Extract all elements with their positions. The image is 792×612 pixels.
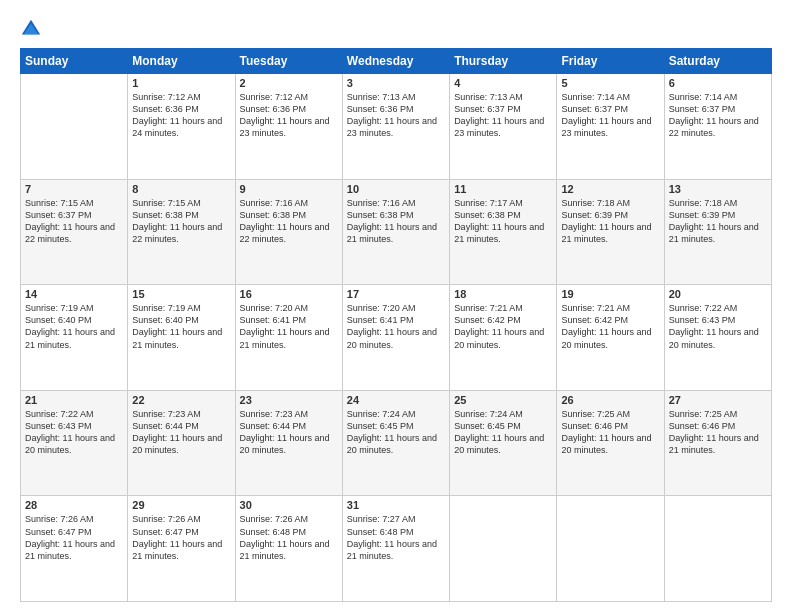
day-number: 25 — [454, 394, 552, 406]
day-info: Sunrise: 7:21 AMSunset: 6:42 PMDaylight:… — [454, 302, 552, 351]
calendar-table: SundayMondayTuesdayWednesdayThursdayFrid… — [20, 48, 772, 602]
calendar-cell: 26Sunrise: 7:25 AMSunset: 6:46 PMDayligh… — [557, 390, 664, 496]
day-info: Sunrise: 7:22 AMSunset: 6:43 PMDaylight:… — [25, 408, 123, 457]
day-number: 26 — [561, 394, 659, 406]
day-number: 7 — [25, 183, 123, 195]
calendar-cell: 14Sunrise: 7:19 AMSunset: 6:40 PMDayligh… — [21, 285, 128, 391]
calendar-day-header: Sunday — [21, 49, 128, 74]
day-number: 10 — [347, 183, 445, 195]
calendar-cell: 5Sunrise: 7:14 AMSunset: 6:37 PMDaylight… — [557, 74, 664, 180]
calendar-cell: 1Sunrise: 7:12 AMSunset: 6:36 PMDaylight… — [128, 74, 235, 180]
calendar-week-row: 1Sunrise: 7:12 AMSunset: 6:36 PMDaylight… — [21, 74, 772, 180]
day-info: Sunrise: 7:26 AMSunset: 6:48 PMDaylight:… — [240, 513, 338, 562]
day-number: 1 — [132, 77, 230, 89]
calendar-cell: 2Sunrise: 7:12 AMSunset: 6:36 PMDaylight… — [235, 74, 342, 180]
day-info: Sunrise: 7:20 AMSunset: 6:41 PMDaylight:… — [347, 302, 445, 351]
calendar-header-row: SundayMondayTuesdayWednesdayThursdayFrid… — [21, 49, 772, 74]
day-number: 21 — [25, 394, 123, 406]
calendar-day-header: Tuesday — [235, 49, 342, 74]
day-info: Sunrise: 7:23 AMSunset: 6:44 PMDaylight:… — [132, 408, 230, 457]
day-number: 3 — [347, 77, 445, 89]
day-info: Sunrise: 7:16 AMSunset: 6:38 PMDaylight:… — [240, 197, 338, 246]
day-info: Sunrise: 7:26 AMSunset: 6:47 PMDaylight:… — [132, 513, 230, 562]
day-number: 18 — [454, 288, 552, 300]
calendar-cell: 15Sunrise: 7:19 AMSunset: 6:40 PMDayligh… — [128, 285, 235, 391]
day-number: 16 — [240, 288, 338, 300]
calendar-cell: 23Sunrise: 7:23 AMSunset: 6:44 PMDayligh… — [235, 390, 342, 496]
day-number: 2 — [240, 77, 338, 89]
day-info: Sunrise: 7:25 AMSunset: 6:46 PMDaylight:… — [669, 408, 767, 457]
calendar-cell: 12Sunrise: 7:18 AMSunset: 6:39 PMDayligh… — [557, 179, 664, 285]
day-number: 29 — [132, 499, 230, 511]
day-number: 8 — [132, 183, 230, 195]
calendar-cell: 21Sunrise: 7:22 AMSunset: 6:43 PMDayligh… — [21, 390, 128, 496]
day-info: Sunrise: 7:13 AMSunset: 6:37 PMDaylight:… — [454, 91, 552, 140]
day-number: 27 — [669, 394, 767, 406]
day-info: Sunrise: 7:14 AMSunset: 6:37 PMDaylight:… — [561, 91, 659, 140]
day-number: 28 — [25, 499, 123, 511]
calendar-cell: 29Sunrise: 7:26 AMSunset: 6:47 PMDayligh… — [128, 496, 235, 602]
day-number: 15 — [132, 288, 230, 300]
calendar-day-header: Wednesday — [342, 49, 449, 74]
day-number: 13 — [669, 183, 767, 195]
calendar-cell: 3Sunrise: 7:13 AMSunset: 6:36 PMDaylight… — [342, 74, 449, 180]
day-info: Sunrise: 7:21 AMSunset: 6:42 PMDaylight:… — [561, 302, 659, 351]
day-number: 14 — [25, 288, 123, 300]
calendar-cell: 4Sunrise: 7:13 AMSunset: 6:37 PMDaylight… — [450, 74, 557, 180]
day-number: 9 — [240, 183, 338, 195]
day-info: Sunrise: 7:27 AMSunset: 6:48 PMDaylight:… — [347, 513, 445, 562]
day-number: 20 — [669, 288, 767, 300]
day-info: Sunrise: 7:19 AMSunset: 6:40 PMDaylight:… — [25, 302, 123, 351]
calendar-cell: 10Sunrise: 7:16 AMSunset: 6:38 PMDayligh… — [342, 179, 449, 285]
day-number: 24 — [347, 394, 445, 406]
calendar-cell: 30Sunrise: 7:26 AMSunset: 6:48 PMDayligh… — [235, 496, 342, 602]
day-number: 22 — [132, 394, 230, 406]
calendar-day-header: Saturday — [664, 49, 771, 74]
logo-icon — [20, 18, 42, 40]
calendar-cell: 9Sunrise: 7:16 AMSunset: 6:38 PMDaylight… — [235, 179, 342, 285]
calendar-cell — [21, 74, 128, 180]
day-info: Sunrise: 7:13 AMSunset: 6:36 PMDaylight:… — [347, 91, 445, 140]
calendar-cell: 28Sunrise: 7:26 AMSunset: 6:47 PMDayligh… — [21, 496, 128, 602]
calendar-cell: 16Sunrise: 7:20 AMSunset: 6:41 PMDayligh… — [235, 285, 342, 391]
day-info: Sunrise: 7:17 AMSunset: 6:38 PMDaylight:… — [454, 197, 552, 246]
calendar-cell: 8Sunrise: 7:15 AMSunset: 6:38 PMDaylight… — [128, 179, 235, 285]
day-info: Sunrise: 7:16 AMSunset: 6:38 PMDaylight:… — [347, 197, 445, 246]
calendar-cell: 25Sunrise: 7:24 AMSunset: 6:45 PMDayligh… — [450, 390, 557, 496]
calendar-cell: 18Sunrise: 7:21 AMSunset: 6:42 PMDayligh… — [450, 285, 557, 391]
calendar-cell: 11Sunrise: 7:17 AMSunset: 6:38 PMDayligh… — [450, 179, 557, 285]
day-info: Sunrise: 7:15 AMSunset: 6:38 PMDaylight:… — [132, 197, 230, 246]
day-info: Sunrise: 7:18 AMSunset: 6:39 PMDaylight:… — [561, 197, 659, 246]
day-number: 23 — [240, 394, 338, 406]
calendar-week-row: 14Sunrise: 7:19 AMSunset: 6:40 PMDayligh… — [21, 285, 772, 391]
calendar-day-header: Friday — [557, 49, 664, 74]
day-info: Sunrise: 7:12 AMSunset: 6:36 PMDaylight:… — [240, 91, 338, 140]
calendar-cell: 17Sunrise: 7:20 AMSunset: 6:41 PMDayligh… — [342, 285, 449, 391]
day-info: Sunrise: 7:18 AMSunset: 6:39 PMDaylight:… — [669, 197, 767, 246]
day-info: Sunrise: 7:15 AMSunset: 6:37 PMDaylight:… — [25, 197, 123, 246]
day-info: Sunrise: 7:26 AMSunset: 6:47 PMDaylight:… — [25, 513, 123, 562]
day-number: 19 — [561, 288, 659, 300]
logo — [20, 18, 46, 40]
day-number: 4 — [454, 77, 552, 89]
calendar-cell — [664, 496, 771, 602]
calendar-cell: 24Sunrise: 7:24 AMSunset: 6:45 PMDayligh… — [342, 390, 449, 496]
header — [20, 18, 772, 40]
day-info: Sunrise: 7:22 AMSunset: 6:43 PMDaylight:… — [669, 302, 767, 351]
day-info: Sunrise: 7:24 AMSunset: 6:45 PMDaylight:… — [454, 408, 552, 457]
calendar-cell: 22Sunrise: 7:23 AMSunset: 6:44 PMDayligh… — [128, 390, 235, 496]
day-number: 5 — [561, 77, 659, 89]
day-number: 12 — [561, 183, 659, 195]
calendar-week-row: 28Sunrise: 7:26 AMSunset: 6:47 PMDayligh… — [21, 496, 772, 602]
calendar-cell: 20Sunrise: 7:22 AMSunset: 6:43 PMDayligh… — [664, 285, 771, 391]
day-number: 30 — [240, 499, 338, 511]
calendar-cell — [557, 496, 664, 602]
calendar-week-row: 21Sunrise: 7:22 AMSunset: 6:43 PMDayligh… — [21, 390, 772, 496]
day-number: 17 — [347, 288, 445, 300]
calendar-cell: 31Sunrise: 7:27 AMSunset: 6:48 PMDayligh… — [342, 496, 449, 602]
day-number: 31 — [347, 499, 445, 511]
calendar-cell: 19Sunrise: 7:21 AMSunset: 6:42 PMDayligh… — [557, 285, 664, 391]
day-info: Sunrise: 7:20 AMSunset: 6:41 PMDaylight:… — [240, 302, 338, 351]
calendar-cell — [450, 496, 557, 602]
day-number: 11 — [454, 183, 552, 195]
